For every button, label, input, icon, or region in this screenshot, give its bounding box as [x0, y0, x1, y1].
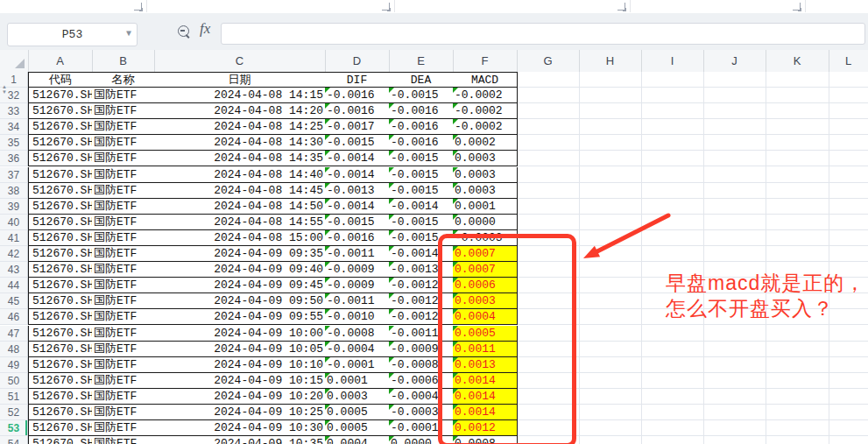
column-header-l[interactable]: L — [829, 50, 868, 72]
cell-dif-row36[interactable]: -0.0014 — [325, 151, 390, 166]
cell-header-dea-row1[interactable]: DEA — [389, 72, 454, 88]
cell-name-row34[interactable]: 国防ETF — [92, 119, 155, 135]
cell-macd-row49[interactable]: 0.0013 — [453, 357, 518, 373]
row-header-53[interactable]: 53 — [0, 420, 28, 436]
cell-name-row45[interactable]: 国防ETF — [92, 293, 155, 309]
cell-macd-row41[interactable]: -0.0003 — [453, 230, 518, 246]
row-header-39[interactable]: 39 — [0, 199, 28, 215]
cell-macd-row52[interactable]: 0.0014 — [453, 405, 518, 420]
cell-name-row40[interactable]: 国防ETF — [92, 215, 155, 230]
column-header-f[interactable]: F — [453, 50, 517, 72]
cell-macd-row50[interactable]: 0.0014 — [453, 373, 518, 389]
cell-dea-row32[interactable]: -0.0015 — [389, 88, 454, 103]
cell-dif-row50[interactable]: 0.0001 — [325, 373, 390, 389]
cell-dif-row54[interactable]: 0.0004 — [325, 436, 390, 444]
cell-date-row53[interactable]: 2024-04-09 10:30 — [154, 420, 326, 436]
cell-code-row38[interactable]: 512670.SH — [28, 183, 93, 199]
row-header-38[interactable]: 38 — [0, 183, 28, 199]
cell-code-row32[interactable]: 512670.SH — [28, 88, 93, 103]
row-header-52[interactable]: 52 — [0, 405, 28, 420]
cell-dif-row45[interactable]: -0.0011 — [325, 293, 390, 309]
cell-date-row49[interactable]: 2024-04-09 10:10 — [154, 357, 326, 373]
cell-code-row47[interactable]: 512670.SH — [28, 326, 93, 342]
cell-date-row51[interactable]: 2024-04-09 10:20 — [154, 389, 326, 405]
cell-dea-row35[interactable]: -0.0016 — [389, 135, 454, 151]
dialog-launcher-icon[interactable] — [134, 3, 142, 11]
cell-dif-row46[interactable]: -0.0010 — [325, 309, 390, 325]
cell-date-row52[interactable]: 2024-04-09 10:25 — [154, 405, 326, 420]
cell-dea-row47[interactable]: -0.0011 — [389, 326, 454, 342]
column-header-j[interactable]: J — [703, 50, 766, 72]
cell-dif-row33[interactable]: -0.0016 — [325, 103, 390, 119]
cell-name-row54[interactable]: 国防ETF — [92, 436, 155, 444]
row-header-45[interactable]: 45 — [0, 293, 28, 309]
cell-dea-row53[interactable]: -0.0001 — [389, 420, 454, 436]
row-header-47[interactable]: 47 — [0, 326, 28, 342]
cell-dea-row52[interactable]: -0.0003 — [389, 405, 454, 420]
cell-macd-row54[interactable]: 0.0008 — [453, 436, 518, 444]
cell-code-row37[interactable]: 512670.SH — [28, 167, 93, 183]
cell-macd-row46[interactable]: 0.0004 — [453, 309, 518, 325]
cell-date-row47[interactable]: 2024-04-09 10:00 — [154, 326, 326, 342]
cell-macd-row36[interactable]: 0.0003 — [453, 151, 518, 166]
cell-date-row45[interactable]: 2024-04-09 09:50 — [154, 293, 326, 309]
zoom-out-magnifier-icon[interactable] — [178, 25, 189, 37]
cell-dif-row53[interactable]: 0.0005 — [325, 420, 390, 436]
cell-code-row43[interactable]: 512670.SH — [28, 262, 93, 278]
cell-date-row54[interactable]: 2024-04-09 10:35 — [154, 436, 326, 444]
cell-macd-row47[interactable]: 0.0005 — [453, 326, 518, 342]
cell-date-row44[interactable]: 2024-04-09 09:45 — [154, 278, 326, 293]
cell-dif-row32[interactable]: -0.0016 — [325, 88, 390, 103]
cell-dea-row43[interactable]: -0.0013 — [389, 262, 454, 278]
cell-name-row33[interactable]: 国防ETF — [92, 103, 155, 119]
column-header-c[interactable]: C — [154, 50, 325, 72]
cell-dea-row49[interactable]: -0.0008 — [389, 357, 454, 373]
row-header-41[interactable]: 41 — [0, 230, 28, 246]
row-header-50[interactable]: 50 — [0, 373, 28, 389]
cell-date-row50[interactable]: 2024-04-09 10:15 — [154, 373, 326, 389]
cell-date-row38[interactable]: 2024-04-08 14:45 — [154, 183, 326, 199]
cell-date-row34[interactable]: 2024-04-08 14:25 — [154, 119, 326, 135]
cell-dif-row40[interactable]: -0.0015 — [325, 215, 390, 230]
cell-name-row32[interactable]: 国防ETF — [92, 88, 155, 103]
cell-code-row33[interactable]: 512670.SH — [28, 103, 93, 119]
cell-date-row43[interactable]: 2024-04-09 09:40 — [154, 262, 326, 278]
cell-code-row53[interactable]: 512670.SH — [28, 420, 93, 436]
cell-date-row40[interactable]: 2024-04-08 14:55 — [154, 215, 326, 230]
cell-macd-row53[interactable]: 0.0012 — [453, 420, 518, 436]
row-header-43[interactable]: 43 — [0, 262, 28, 278]
column-header-a[interactable]: A — [28, 50, 92, 72]
dialog-launcher-icon[interactable] — [793, 3, 801, 11]
cell-code-row49[interactable]: 512670.SH — [28, 357, 93, 373]
cell-code-row34[interactable]: 512670.SH — [28, 119, 93, 135]
row-header-34[interactable]: 34 — [0, 119, 28, 135]
cell-macd-row39[interactable]: 0.0001 — [453, 199, 518, 215]
cell-macd-row45[interactable]: 0.0003 — [453, 293, 518, 309]
name-box[interactable]: P53 ▼ — [7, 23, 138, 46]
cell-date-row48[interactable]: 2024-04-09 10:05 — [154, 342, 326, 357]
cell-date-row42[interactable]: 2024-04-09 09:35 — [154, 246, 326, 262]
cell-dea-row50[interactable]: -0.0006 — [389, 373, 454, 389]
row-header-48[interactable]: 48 — [0, 342, 28, 357]
cell-name-row47[interactable]: 国防ETF — [92, 326, 155, 342]
cell-dea-row44[interactable]: -0.0012 — [389, 278, 454, 293]
cell-macd-row48[interactable]: 0.0011 — [453, 342, 518, 357]
fx-insert-function-icon[interactable]: fx — [200, 20, 210, 38]
cell-name-row35[interactable]: 国防ETF — [92, 135, 155, 151]
cell-macd-row33[interactable]: -0.0002 — [453, 103, 518, 119]
row-header-54[interactable]: 54 — [0, 436, 28, 444]
column-header-e[interactable]: E — [389, 50, 453, 72]
cell-code-row52[interactable]: 512670.SH — [28, 405, 93, 420]
cell-name-row53[interactable]: 国防ETF — [92, 420, 155, 436]
cell-code-row41[interactable]: 512670.SH — [28, 230, 93, 246]
cell-name-row42[interactable]: 国防ETF — [92, 246, 155, 262]
cell-date-row41[interactable]: 2024-04-08 15:00 — [154, 230, 326, 246]
cell-macd-row51[interactable]: 0.0014 — [453, 389, 518, 405]
cell-code-row44[interactable]: 512670.SH — [28, 278, 93, 293]
cell-code-row36[interactable]: 512670.SH — [28, 151, 93, 166]
cell-dif-row38[interactable]: -0.0013 — [325, 183, 390, 199]
cell-code-row46[interactable]: 512670.SH — [28, 309, 93, 325]
cell-name-row36[interactable]: 国防ETF — [92, 151, 155, 166]
cell-header-name-row1[interactable]: 名称 — [92, 72, 155, 88]
cell-dif-row44[interactable]: -0.0009 — [325, 278, 390, 293]
